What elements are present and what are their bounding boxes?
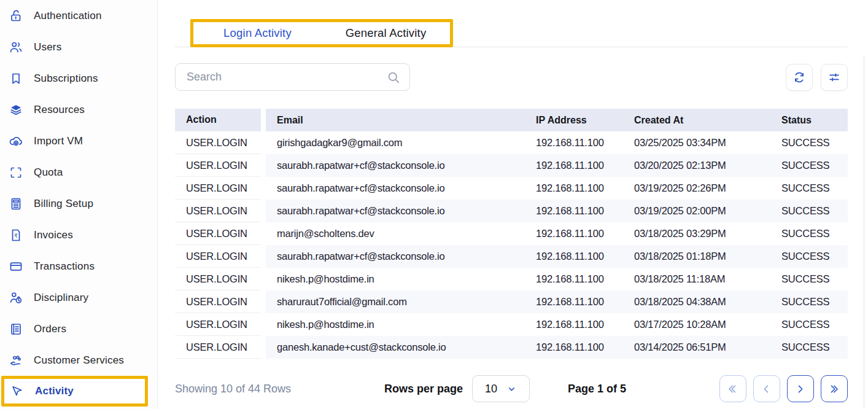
sidebar-item-label: Users xyxy=(34,41,61,53)
cell-ip-address: 192.168.11.100 xyxy=(525,131,623,154)
invoice-rupee-icon: ₹ xyxy=(8,227,24,243)
cell-created-at: 03/18/2025 04:38AM xyxy=(623,290,770,313)
cell-created-at: 03/19/2025 02:26PM xyxy=(623,177,770,200)
column-header-status: Status xyxy=(770,109,848,131)
table-row[interactable]: USER.LOGINganesh.kanade+cust@stackconsol… xyxy=(175,336,848,359)
cell-action: USER.LOGIN xyxy=(175,336,261,359)
tab-general-activity[interactable]: General Activity xyxy=(322,22,450,44)
table-row[interactable]: USER.LOGINgirishgadagkar9@gmail.com192.1… xyxy=(175,131,848,154)
cell-ip-address: 192.168.11.100 xyxy=(525,154,623,177)
column-divider xyxy=(261,131,266,154)
last-page-button[interactable] xyxy=(821,375,848,402)
tabs-row: Login Activity General Activity xyxy=(175,0,848,47)
search-box xyxy=(175,63,410,91)
toolbar-actions xyxy=(786,64,848,91)
rows-per-page-label: Rows per page xyxy=(384,383,463,395)
sidebar-item-resources[interactable]: Resources xyxy=(0,94,157,125)
cell-action: USER.LOGIN xyxy=(175,268,261,290)
cell-action: USER.LOGIN xyxy=(175,154,261,177)
cell-status: SUCCESS xyxy=(770,268,848,290)
scrollbar-track[interactable] xyxy=(864,55,864,409)
table-row[interactable]: USER.LOGINsaurabh.rapatwar+cf@stackconso… xyxy=(175,200,848,222)
sidebar-item-invoices[interactable]: ₹Invoices xyxy=(0,219,157,251)
table-row[interactable]: USER.LOGINnikesh.p@hostdime.in192.168.11… xyxy=(175,268,848,290)
customer-care-icon xyxy=(8,353,24,368)
cell-created-at: 03/18/2025 01:18PM xyxy=(623,245,770,268)
rows-summary: Showing 10 of 44 Rows xyxy=(175,383,291,395)
column-divider xyxy=(261,268,266,290)
column-divider xyxy=(261,336,266,359)
sidebar-item-activity[interactable]: Activity xyxy=(1,376,148,407)
table-row[interactable]: USER.LOGINsharuraut7official@gmail.com19… xyxy=(175,290,848,313)
column-divider xyxy=(261,222,266,245)
sidebar-item-label: Orders xyxy=(34,323,66,335)
sidebar-item-orders[interactable]: Orders xyxy=(0,313,157,345)
cell-ip-address: 192.168.11.100 xyxy=(525,336,623,359)
cell-created-at: 03/18/2025 03:29PM xyxy=(623,222,770,245)
cell-action: USER.LOGIN xyxy=(175,313,261,336)
cell-status: SUCCESS xyxy=(770,131,848,154)
prev-page-button[interactable] xyxy=(753,375,780,402)
cell-created-at: 03/19/2025 02:00PM xyxy=(623,200,770,222)
refresh-button[interactable] xyxy=(786,64,813,91)
chevrons-left-icon xyxy=(727,383,738,395)
cell-email: saurabh.rapatwar+cf@stackconsole.io xyxy=(266,154,525,177)
filter-button[interactable] xyxy=(821,64,848,91)
column-header-email: Email xyxy=(266,109,525,131)
sidebar-item-quota[interactable]: Quota xyxy=(0,157,157,188)
table-row[interactable]: USER.LOGINsaurabh.rapatwar+cf@stackconso… xyxy=(175,245,848,268)
next-page-button[interactable] xyxy=(787,375,814,402)
cell-email: saurabh.rapatwar+cf@stackconsole.io xyxy=(266,177,525,200)
table-row[interactable]: USER.LOGINnikesh.p@hostdime.in192.168.11… xyxy=(175,313,848,336)
search-input[interactable] xyxy=(187,71,386,84)
cell-status: SUCCESS xyxy=(770,290,848,313)
cell-email: girishgadagkar9@gmail.com xyxy=(266,131,525,154)
sidebar-item-subscriptions[interactable]: Subscriptions xyxy=(0,63,157,94)
sidebar-item-label: Billing Setup xyxy=(34,198,93,210)
column-header-ip-address: IP Address xyxy=(525,109,623,131)
cell-email: nikesh.p@hostdime.in xyxy=(266,268,525,290)
rows-per-page-select[interactable]: 10 xyxy=(472,375,530,402)
sidebar-item-disciplinary[interactable]: Disciplinary xyxy=(0,282,157,313)
chevron-right-icon xyxy=(794,383,806,395)
cell-email: saurabh.rapatwar+cf@stackconsole.io xyxy=(266,200,525,222)
cell-email: nikesh.p@hostdime.in xyxy=(266,313,525,336)
table-row[interactable]: USER.LOGINmarijn@scholtens.dev192.168.11… xyxy=(175,222,848,245)
tab-login-activity[interactable]: Login Activity xyxy=(193,22,322,44)
column-divider xyxy=(261,313,266,336)
cell-ip-address: 192.168.11.100 xyxy=(525,268,623,290)
table-body: USER.LOGINgirishgadagkar9@gmail.com192.1… xyxy=(175,131,848,359)
first-page-button[interactable] xyxy=(719,375,746,402)
column-header-action: Action xyxy=(175,109,261,131)
credit-card-icon xyxy=(8,259,24,275)
cell-ip-address: 192.168.11.100 xyxy=(525,177,623,200)
sidebar-item-label: Customer Services xyxy=(34,354,124,367)
search-icon xyxy=(386,70,401,85)
sidebar-item-billing-setup[interactable]: Billing Setup xyxy=(0,188,157,219)
activity-table: Action Email IP Address Created At Statu… xyxy=(175,109,848,359)
cursor-icon xyxy=(9,383,25,399)
cell-action: USER.LOGIN xyxy=(175,222,261,245)
sidebar-item-users[interactable]: Users xyxy=(0,31,157,63)
table-row[interactable]: USER.LOGINsaurabh.rapatwar+cf@stackconso… xyxy=(175,177,848,200)
sidebar-item-label: Import VM xyxy=(34,135,83,147)
column-divider xyxy=(261,154,266,177)
pagination-footer: Showing 10 of 44 Rows Rows per page 10 P… xyxy=(175,375,848,402)
sidebar-item-transactions[interactable]: Transactions xyxy=(0,251,157,282)
main-content: Login Activity General Activity Action E… xyxy=(158,0,868,409)
column-divider xyxy=(261,245,266,268)
cell-email: ganesh.kanade+cust@stackconsole.io xyxy=(266,336,525,359)
sidebar-item-customer-services[interactable]: Customer Services xyxy=(0,345,157,376)
table-row[interactable]: USER.LOGINsaurabh.rapatwar+cf@stackconso… xyxy=(175,154,848,177)
cell-email: saurabh.rapatwar+cf@stackconsole.io xyxy=(266,245,525,268)
column-divider xyxy=(261,177,266,200)
lock-icon xyxy=(8,8,24,24)
sidebar-item-label: Resources xyxy=(34,104,85,116)
cell-ip-address: 192.168.11.100 xyxy=(525,290,623,313)
page-indicator: Page 1 of 5 xyxy=(568,383,626,395)
cell-ip-address: 192.168.11.100 xyxy=(525,200,623,222)
cell-created-at: 03/18/2025 11:18AM xyxy=(623,268,770,290)
column-divider xyxy=(261,109,266,131)
sidebar-item-authentication[interactable]: Authentication xyxy=(0,0,157,31)
sidebar-item-import-vm[interactable]: Import VM xyxy=(0,125,157,157)
